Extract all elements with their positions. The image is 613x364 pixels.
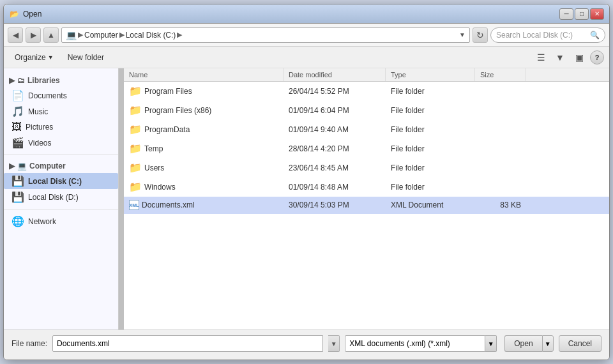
folder-icon: 📁 [129,181,142,193]
sidebar-item-pictures[interactable]: 🖼 Pictures [4,119,118,135]
file-date: 01/09/14 8:48 AM [284,181,386,193]
file-size [475,166,526,170]
sidebar-item-documents[interactable]: 📄 Documents [4,87,118,103]
file-name: 📁ProgramData [124,121,284,137]
file-name: 📁Windows [124,179,284,195]
title-bar-icon: 📂 [9,9,19,19]
view-list-button[interactable]: ☰ [533,49,549,66]
file-date: 26/04/14 5:52 PM [284,85,386,98]
col-header-date[interactable]: Date modified [284,68,386,81]
computer-icon: 💻 [66,30,77,40]
file-list-area: Name Date modified Type Size 📁Program Fi… [124,68,609,330]
file-name: 📁Users [124,160,284,176]
address-path[interactable]: 💻 ▶ Computer ▶ Local Disk (C:) ▶ ▼ [61,27,470,43]
file-size [475,147,526,151]
folder-icon: 📁 [129,162,142,174]
path-sep-1: ▶ [78,31,83,39]
filetype-dropdown-button[interactable]: ▼ [485,335,497,352]
pictures-label: Pictures [26,123,53,132]
filename-dropdown-button[interactable]: ▼ [328,335,340,352]
folder-icon: 📁 [129,123,142,135]
file-name: 📁Program Files [124,83,284,99]
action-buttons: Open ▼ Cancel [504,335,602,352]
libraries-icon: 🗂 [17,76,25,85]
file-size [475,89,526,93]
file-type: File folder [386,162,475,174]
table-row[interactable]: 📁ProgramData01/09/14 9:40 AMFile folder [124,120,609,139]
filetype-select[interactable]: XML documents (.xml) (*.xml) [345,335,485,352]
file-name: 📁Program Files (x86) [124,102,284,118]
file-list-header: Name Date modified Type Size [124,68,609,82]
path-sep-2: ▶ [119,31,125,39]
help-button[interactable]: ? [590,50,604,64]
table-row[interactable]: 📁Users23/06/14 8:45 AMFile folder [124,158,609,178]
forward-button[interactable]: ▶ [26,27,41,43]
open-arrow-button[interactable]: ▼ [542,335,554,352]
resize-handle[interactable] [119,68,124,330]
libraries-header[interactable]: ▶ 🗂 Libraries [4,73,118,87]
sidebar-item-videos[interactable]: 🎬 Videos [4,135,118,151]
title-bar-title: Open [23,10,559,19]
local-c-label: Local Disk (C:) [28,177,82,186]
local-d-label: Local Disk (D:) [28,193,79,202]
local-d-icon: 💾 [11,191,24,203]
file-type: File folder [386,104,475,117]
file-type: File folder [386,85,475,98]
close-button[interactable]: ✕ [590,8,604,20]
sidebar-item-local-c[interactable]: 💾 Local Disk (C:) [4,173,118,189]
filename-label: File name: [11,339,47,348]
table-row[interactable]: 📁Program Files (x86)01/09/14 6:04 PMFile… [124,101,609,120]
col-header-name[interactable]: Name [124,68,284,81]
folder-icon: 📁 [129,142,142,155]
main-content: ▶ 🗂 Libraries 📄 Documents 🎵 Music 🖼 Pict… [4,68,609,330]
back-button[interactable]: ◀ [8,27,23,43]
sidebar-item-music[interactable]: 🎵 Music [4,103,118,119]
cancel-button[interactable]: Cancel [559,335,602,352]
file-date: 01/09/14 9:40 AM [284,123,386,136]
table-row[interactable]: 📁Windows01/09/14 8:48 AMFile folder [124,178,609,197]
address-dropdown[interactable]: ▼ [459,31,465,38]
path-sep-3: ▶ [177,31,182,39]
file-date: 30/09/14 5:03 PM [284,199,386,211]
maximize-button[interactable]: □ [575,8,589,20]
local-c-icon: 💾 [11,175,24,187]
sidebar-divider-1 [4,155,118,155]
documents-icon: 📄 [11,89,24,102]
table-row[interactable]: 📁Temp28/08/14 4:20 PMFile folder [124,139,609,158]
col-header-type[interactable]: Type [386,68,475,81]
title-bar-controls: ─ □ ✕ [559,8,604,20]
libraries-arrow-icon: ▶ [9,76,15,85]
folder-icon: 📁 [129,104,142,116]
music-icon: 🎵 [11,105,24,118]
preview-button[interactable]: ▣ [571,49,587,66]
libraries-label: Libraries [27,76,60,85]
path-computer[interactable]: Computer [84,31,118,40]
address-bar: ◀ ▶ ▲ 💻 ▶ Computer ▶ Local Disk (C:) ▶ ▼… [4,24,609,47]
sidebar-item-local-d[interactable]: 💾 Local Disk (D:) [4,189,118,205]
refresh-button[interactable]: ↻ [473,27,488,43]
col-header-size[interactable]: Size [475,68,526,81]
computer-header[interactable]: ▶ 💻 Computer [4,159,118,173]
title-bar: 📂 Open ─ □ ✕ [4,4,609,24]
file-type: File folder [386,123,475,136]
organize-arrow-icon: ▼ [48,54,54,61]
path-local-disk[interactable]: Local Disk (C:) [126,31,176,40]
new-folder-button[interactable]: New folder [62,49,110,66]
search-box[interactable]: Search Local Disk (C:) 🔍 [490,27,605,43]
file-date: 01/09/14 6:04 PM [284,104,386,117]
computer-arrow-icon: ▶ [9,162,15,171]
bottom-bar: File name: ▼ XML documents (.xml) (*.xml… [4,330,609,360]
open-button[interactable]: Open [504,335,541,352]
up-button[interactable]: ▲ [43,27,59,43]
view-dropdown-button[interactable]: ▼ [552,49,568,66]
sidebar: ▶ 🗂 Libraries 📄 Documents 🎵 Music 🖼 Pict… [4,68,119,330]
sidebar-item-network[interactable]: 🌐 Network [4,213,118,229]
open-split: Open ▼ [504,335,553,352]
table-row[interactable]: XMLDocuments.xml30/09/14 5:03 PMXML Docu… [124,197,609,214]
table-row[interactable]: 📁Program Files26/04/14 5:52 PMFile folde… [124,82,609,101]
minimize-button[interactable]: ─ [559,8,573,20]
documents-label: Documents [28,91,67,100]
organize-button[interactable]: Organize ▼ [9,49,59,66]
file-list: 📁Program Files26/04/14 5:52 PMFile folde… [124,82,609,330]
filename-input[interactable] [52,335,323,352]
